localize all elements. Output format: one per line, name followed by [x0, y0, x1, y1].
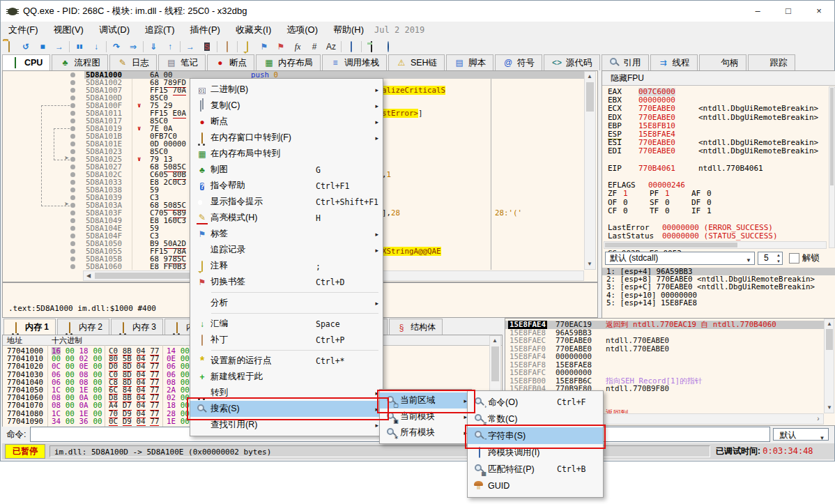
scroll-thumb[interactable]: [491, 346, 499, 381]
hex-byte[interactable]: 0E: [79, 362, 89, 370]
restart-button[interactable]: ↺: [17, 39, 34, 54]
scroll-thumb[interactable]: [826, 329, 833, 350]
search-menu-item-跨模块调用i[interactable]: 跨模块调用(I): [468, 444, 603, 461]
register-value[interactable]: 770EABE0: [638, 114, 675, 122]
dump-tab-内存3[interactable]: 内存 3: [111, 319, 163, 335]
flag-value[interactable]: 0: [665, 207, 670, 215]
context-menu-item-制图[interactable]: ♣制图G: [190, 162, 383, 178]
step-out-button[interactable]: ⇓: [145, 39, 162, 54]
context-menu-item-转到[interactable]: 转到▸: [190, 385, 383, 401]
scroll-thumb[interactable]: [605, 243, 737, 247]
tab-断点[interactable]: ●断点: [207, 54, 254, 70]
breakpoint-dot-icon[interactable]: [70, 165, 75, 169]
tab-笔记[interactable]: ▤笔记: [158, 54, 206, 70]
hex-byte[interactable]: 00: [181, 362, 190, 370]
stack-row[interactable]: 15E8FAEC770EABE0ntdll.770EABE0: [505, 337, 835, 345]
context-menu-item-补丁[interactable]: 补丁Ctrl+P: [190, 332, 383, 348]
menubar-item-d[interactable]: 调试(D): [91, 22, 137, 38]
breakpoint-dot-icon[interactable]: [70, 264, 75, 269]
stack-row[interactable]: 15E8FAE4770EAC19返回到 ntdll.770EAC19 自 ntd…: [505, 321, 835, 329]
run-to-user-code-button[interactable]: →: [182, 39, 199, 54]
hex-byte[interactable]: 34: [52, 418, 61, 425]
tab-日志[interactable]: ✎日志: [109, 54, 157, 70]
tab-流程图[interactable]: ♣流程图: [52, 54, 108, 70]
breakpoint-dot-icon[interactable]: [70, 72, 75, 77]
run-to-selection-button[interactable]: ⇒: [125, 39, 141, 54]
stack-row[interactable]: 15E8FAF0770EABE0ntdll.770EABE0: [505, 345, 835, 353]
flag-value[interactable]: 0: [623, 207, 628, 215]
search-menu-item-常数c[interactable]: #常数(C): [468, 411, 603, 427]
context-menu-item-高亮模式h[interactable]: ✎高亮模式(H)H: [190, 210, 383, 226]
disasm-vscrollbar[interactable]: ▲ ▼: [584, 71, 596, 270]
stack-row[interactable]: 15E8FAF815E8FAE8: [505, 361, 835, 369]
minimize-button[interactable]: –: [742, 1, 773, 22]
hex-byte[interactable]: 0A: [79, 402, 89, 409]
context-menu-item-搜索s[interactable]: 搜索(S)▸: [190, 401, 383, 417]
context-menu-item-注释[interactable]: 注释;: [190, 258, 383, 274]
close-button[interactable]: ×: [804, 1, 834, 22]
run-button[interactable]: →: [51, 39, 68, 54]
stack-row[interactable]: 15E8FAF400000000: [505, 353, 835, 361]
execute-till-return-button[interactable]: ↑: [162, 39, 178, 54]
breakpoint-dot-icon[interactable]: [70, 195, 75, 200]
unlock-checkbox[interactable]: [789, 253, 799, 264]
breakpoint-dot-icon[interactable]: [70, 234, 75, 238]
register-row[interactable]: EFLAGS00000246: [602, 181, 835, 190]
context-menu-item-分析[interactable]: 分析▸: [190, 295, 383, 311]
search-menu-item-命令o[interactable]: ›命令(O)Ctrl+F: [468, 394, 603, 411]
breakpoint-dot-icon[interactable]: [70, 88, 75, 93]
hex-byte[interactable]: 00: [181, 402, 190, 409]
context-menu-item-在内存布局中转到[interactable]: ▦在内存布局中转到: [190, 146, 383, 162]
scroll-thumb[interactable]: [586, 82, 594, 112]
menubar-item-o[interactable]: 选项(O): [279, 22, 325, 38]
intermodular-calls-button[interactable]: [343, 39, 360, 54]
tab-线程[interactable]: ⇉线程: [650, 54, 698, 70]
depth-spinner[interactable]: 5 ▲▼: [758, 252, 783, 265]
context-menu-item-断点[interactable]: ●断点▸: [190, 114, 383, 130]
scroll-left-arrow[interactable]: ◀: [84, 271, 93, 280]
register-row[interactable]: EIP770B4061ntdll.770B4061: [602, 165, 835, 173]
breakpoint-dot-icon[interactable]: [70, 119, 75, 123]
tab-符号[interactable]: @符号: [495, 54, 542, 70]
stack-arg-row[interactable]: 5: [esp+14] 15E8FAE8: [602, 299, 835, 307]
flag-value[interactable]: 1: [665, 190, 670, 198]
hex-byte[interactable]: 0C: [109, 418, 118, 426]
register-value[interactable]: 770EABE0: [638, 105, 675, 113]
register-row[interactable]: LastStatus00000000 (STATUS_SUCCESS): [602, 232, 835, 240]
context-menu-item-新建线程于此[interactable]: +新建线程于此: [190, 369, 383, 385]
stack-row[interactable]: 15E8FAE896A59BB3: [505, 329, 835, 337]
scope-menu-item-当前模块[interactable]: ▣当前模块▸: [380, 408, 471, 425]
context-menu-item-查找引用r[interactable]: 查找引用(R)▸: [190, 417, 383, 433]
context-menu-item-切换书签[interactable]: ⚑切换书签Ctrl+D: [190, 274, 383, 290]
tab-调用堆栈[interactable]: ≡调用堆栈: [322, 54, 387, 70]
menubar-item-t[interactable]: 追踪(T): [137, 22, 183, 38]
breakpoint-dot-icon[interactable]: [70, 134, 75, 139]
maximize-button[interactable]: □: [773, 1, 804, 22]
patch-button[interactable]: [219, 39, 236, 54]
scroll-up-arrow[interactable]: ▲: [585, 72, 595, 82]
dump-tab-内存1[interactable]: 内存 1: [3, 319, 56, 335]
stack-vscrollbar[interactable]: ▲ ▼: [824, 319, 834, 413]
hex-byte[interactable]: 00: [66, 418, 75, 425]
command-profile-dropdown[interactable]: 默认 ▼: [773, 428, 829, 441]
flag-value[interactable]: 0: [707, 190, 712, 198]
register-row[interactable]: EBP15E8FB10: [602, 122, 835, 130]
register-row[interactable]: [602, 173, 835, 181]
tab-cpu[interactable]: CPU: [2, 54, 50, 70]
functions-button[interactable]: fx: [289, 39, 306, 54]
flag-value[interactable]: 0: [665, 199, 670, 207]
step-into-button[interactable]: ↓: [88, 39, 105, 54]
scroll-thumb[interactable]: [830, 88, 834, 185]
stop-button[interactable]: ■: [34, 39, 51, 54]
context-menu-item-指令帮助[interactable]: ?指令帮助Ctrl+F1: [190, 178, 383, 194]
tab-脚本[interactable]: ▤脚本: [446, 54, 493, 70]
menubar-item-p[interactable]: 插件(P): [183, 22, 228, 38]
breakpoint-dot-icon[interactable]: [70, 180, 75, 185]
register-row[interactable]: CF0TF0IF1: [602, 207, 835, 215]
hex-byte[interactable]: 1E: [167, 418, 176, 425]
menubar-item-i[interactable]: 收藏夹(I): [228, 22, 279, 38]
hex-byte[interactable]: 00: [181, 418, 190, 425]
context-menu-item-显示指令提示[interactable]: 显示指令提示Ctrl+Shift+F1: [190, 194, 383, 210]
menubar-item-h[interactable]: 帮助(H): [325, 22, 371, 38]
breakpoint-dot-icon[interactable]: [70, 96, 75, 100]
